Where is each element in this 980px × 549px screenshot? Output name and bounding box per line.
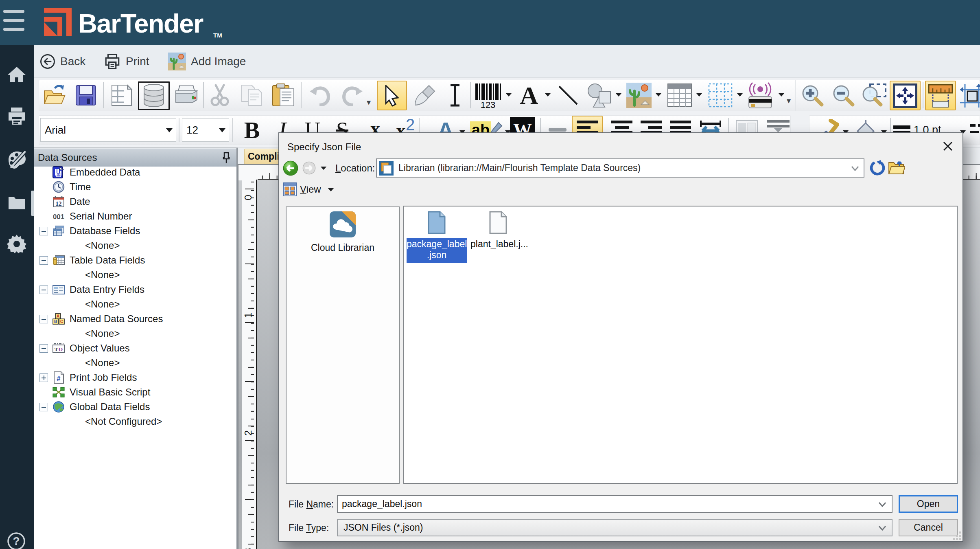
tree-item[interactable]: Data Entry Fields [34, 282, 236, 297]
print-icon[interactable] [7, 106, 26, 125]
file-type-combobox[interactable]: JSON Files (*.json) [337, 519, 892, 536]
tree-item[interactable]: Database Fields [34, 224, 236, 238]
rfid-dropdown-icon[interactable] [779, 93, 784, 97]
pointer-tool-button[interactable] [377, 81, 407, 110]
text-dropdown-icon[interactable] [545, 93, 551, 97]
tree-value-item[interactable]: <None> [34, 268, 236, 282]
table-dropdown-icon[interactable] [696, 93, 702, 97]
file-name-dropdown-icon[interactable] [878, 500, 887, 509]
toolbar-divider [203, 82, 204, 108]
tree-value-item[interactable]: <Not Configured> [34, 414, 236, 429]
layout-grid-button[interactable] [706, 81, 735, 109]
paste-button[interactable] [269, 82, 298, 108]
tree-item[interactable]: TOObject Values [34, 341, 236, 356]
resize-grip[interactable] [953, 532, 961, 540]
view-rulers-button[interactable] [925, 81, 956, 110]
tree-collapse-icon[interactable] [39, 403, 48, 411]
design-palette-icon[interactable] [7, 149, 26, 169]
pin-icon[interactable] [221, 152, 232, 164]
tree-item[interactable]: Time [34, 180, 236, 194]
create-line-button[interactable] [556, 82, 581, 108]
toolbar-divider [923, 82, 923, 108]
redo-button[interactable] [338, 82, 367, 108]
tree-item[interactable]: Global Data Fields [34, 400, 236, 414]
file-icon-plant-label[interactable] [489, 211, 507, 234]
tree-value-item[interactable]: <None> [34, 238, 236, 253]
snap-grid-button[interactable] [959, 81, 980, 110]
undo-button[interactable] [306, 82, 334, 108]
tree-item[interactable]: Table Data Fields [34, 253, 236, 268]
create-barcode-button[interactable]: 123 [473, 82, 503, 109]
location-combobox[interactable]: Librarian (librarian://Main/Flourish Tem… [376, 158, 864, 178]
open-document-button[interactable] [42, 82, 68, 108]
shape-dropdown-icon[interactable] [616, 93, 621, 97]
file-name-combobox[interactable]: package_label.json [337, 495, 892, 513]
create-table-button[interactable] [665, 81, 694, 109]
tree-collapse-icon[interactable] [39, 344, 48, 353]
tree-item[interactable]: 001Serial Number [34, 209, 236, 224]
file-list[interactable]: package_label .json plant_label.j... [403, 206, 958, 484]
settings-gear-icon[interactable] [7, 234, 26, 253]
zoom-fit-button[interactable] [890, 81, 921, 110]
zoom-out-button[interactable] [830, 82, 857, 108]
dash-style-button[interactable] [968, 116, 980, 143]
print-button[interactable]: Print [104, 45, 149, 78]
place-cloud-librarian[interactable]: Cloud Librarian [287, 211, 399, 253]
page-setup-button[interactable] [108, 82, 135, 108]
rfid-encoder-button[interactable] [745, 81, 775, 110]
bold-button[interactable]: B [240, 116, 264, 143]
file-type-dropdown-icon[interactable] [878, 524, 887, 533]
back-button[interactable]: Back [40, 45, 85, 78]
tree-collapse-icon[interactable] [39, 256, 48, 265]
add-image-button[interactable]: Add Image [168, 45, 246, 78]
tree-item[interactable]: BTEmbedded Data [34, 165, 236, 180]
toolbar-overflow-icon[interactable]: ▾ [367, 97, 371, 107]
folder-icon[interactable] [7, 193, 26, 213]
cancel-button[interactable]: Cancel [899, 519, 958, 536]
text-cursor-button[interactable] [444, 82, 466, 108]
save-button[interactable] [73, 82, 99, 108]
barcode-dropdown-icon[interactable] [506, 93, 512, 97]
tree-item[interactable]: Visual Basic Script [34, 385, 236, 400]
file-label-package-label[interactable]: package_label .json [407, 238, 467, 263]
insert-picture-button[interactable] [625, 81, 653, 109]
print-document-button[interactable] [173, 82, 200, 108]
up-folder-button[interactable] [888, 160, 905, 176]
font-size-select[interactable]: 12 [182, 118, 229, 142]
view-menu-button[interactable]: View [283, 182, 335, 196]
zoom-in-button[interactable] [799, 82, 826, 108]
menu-hamburger-icon[interactable] [3, 9, 26, 33]
database-setup-button[interactable] [138, 81, 170, 110]
file-label-plant-label[interactable]: plant_label.j... [470, 239, 527, 250]
picture-dropdown-icon[interactable] [656, 93, 661, 97]
tree-value-item[interactable]: <None> [34, 297, 236, 312]
refresh-button[interactable] [869, 160, 885, 176]
tree-collapse-icon[interactable] [39, 227, 48, 235]
nav-back-button[interactable] [283, 160, 298, 176]
tree-value-item[interactable]: <None> [34, 356, 236, 370]
format-painter-button[interactable] [410, 82, 439, 108]
layout-dropdown-icon[interactable] [737, 93, 743, 97]
tree-value-item[interactable]: <None> [34, 326, 236, 341]
dialog-close-button[interactable] [941, 139, 955, 154]
zoom-region-button[interactable] [859, 82, 888, 108]
tree-item[interactable]: #Print Job Fields [34, 370, 236, 385]
tree-collapse-icon[interactable] [39, 315, 48, 323]
tree-collapse-icon[interactable] [39, 285, 48, 294]
home-icon[interactable] [7, 64, 26, 84]
location-dropdown-icon[interactable] [851, 164, 860, 173]
create-shape-button[interactable] [584, 81, 613, 109]
nav-forward-button[interactable] [302, 161, 316, 175]
nav-history-dropdown-icon[interactable] [320, 166, 327, 171]
tree-item[interactable]: ABCNamed Data Sources [34, 312, 236, 326]
toolbar-overflow2-icon[interactable]: ▾ [787, 96, 791, 105]
open-button[interactable]: Open [899, 495, 958, 513]
create-text-button[interactable]: A [516, 82, 542, 108]
tree-expand-icon[interactable] [39, 373, 48, 382]
help-icon[interactable]: ? [7, 532, 26, 549]
font-family-select[interactable]: Arial [40, 118, 176, 142]
tree-item[interactable]: 12Date [34, 194, 236, 209]
file-icon-package-label[interactable] [428, 211, 446, 234]
copy-button[interactable] [237, 82, 266, 108]
cut-button[interactable] [206, 82, 233, 108]
